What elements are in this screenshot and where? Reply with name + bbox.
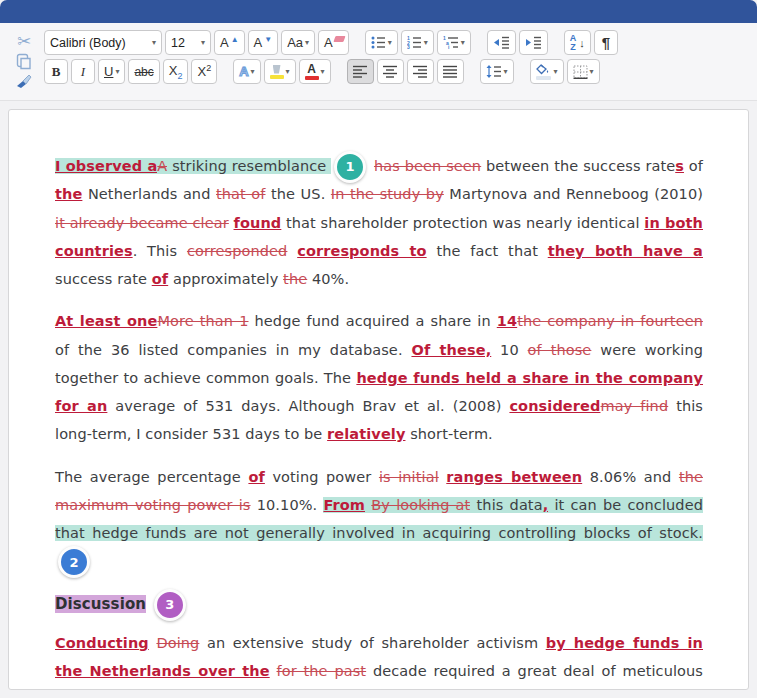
text-run: ranges between [446,469,582,485]
font-size-value: 12 [171,36,185,50]
text-run: has been seen [374,158,481,174]
numbered-list-button[interactable]: 1 2 3 ▾ [401,30,434,55]
sort-button[interactable]: A Z ↓ [564,30,591,55]
sort-az-icon: A Z [570,34,577,52]
increase-indent-button[interactable] [519,30,548,55]
document-body[interactable]: I observed aA striking resemblance 1 has… [8,109,749,690]
text-run: 14 [497,313,517,329]
triangle-up-icon: ▲ [231,36,239,44]
justify-icon [443,65,458,78]
chevron-down-icon: ▾ [251,68,255,76]
chevron-down-icon: ▾ [152,39,156,47]
italic-label: I [81,64,85,80]
align-left-button[interactable] [347,59,374,84]
text-run: . This [133,243,187,259]
list-group: ▾ 1 2 3 ▾ 1 a i [365,30,471,55]
text-run: of [152,271,168,287]
font-size-select[interactable]: 12 ▾ [165,30,211,55]
alignment-group [347,59,464,84]
text-run: that shareholder protection was nearly i… [281,215,644,231]
comment-badge-3[interactable]: 3 [154,589,186,621]
text-run: More than 1 [157,313,248,329]
text-run [287,243,297,259]
line-spacing-button[interactable]: ▾ [480,59,514,84]
borders-button[interactable]: ▾ [567,59,600,84]
text-effects-button[interactable]: A ▾ [233,59,260,84]
text-run: considered [509,398,600,414]
comment-badge-2[interactable]: 2 [58,546,90,578]
clear-formatting-button[interactable]: A [318,30,349,55]
justify-button[interactable] [437,59,464,84]
font-color-button[interactable]: A ▾ [299,59,331,84]
shading-border-group: ▾ ▾ [530,59,600,84]
text-run: A [157,158,167,174]
text-run: may find [600,398,668,414]
text-run: From [323,497,365,513]
text-run: striking resemblance [167,158,331,174]
text-run: success rate [55,271,152,287]
text-run: they both have a [548,243,703,259]
grow-font-button[interactable]: A ▲ [214,30,245,55]
shrink-font-label: A [254,35,263,50]
text-run: By looking at [371,497,470,513]
text-run: for the past [276,663,366,679]
text-run: the [55,186,82,202]
text-run: is initial [379,469,439,485]
bold-button[interactable]: B [44,59,68,84]
text-run: of those [528,342,592,358]
bullet-list-button[interactable]: ▾ [365,30,398,55]
align-right-button[interactable] [407,59,434,84]
underline-button[interactable]: U ▾ [98,59,125,84]
sort-para-group: A Z ↓ ¶ [564,30,618,55]
highlight-color-button[interactable]: ▾ [264,59,296,84]
format-painter-icon[interactable] [14,71,34,91]
show-paragraph-marks-button[interactable]: ¶ [594,30,618,55]
text-run: hedge fund acquired a share in [249,313,497,329]
chevron-down-icon: ▾ [305,39,309,47]
text-run: approximately [168,271,283,287]
window-titlebar [0,0,757,23]
text-run: Conducting [55,635,149,651]
italic-button[interactable]: I [71,59,95,84]
chevron-down-icon: ▾ [388,39,392,47]
comment-badge-1[interactable]: 1 [334,151,366,183]
paragraph-5: Conducting Doing an extensive study of s… [55,629,703,690]
chevron-down-icon: ▾ [424,39,428,47]
paste-icon[interactable] [14,51,34,71]
increase-indent-icon [525,36,542,49]
align-right-icon [413,65,428,78]
text-run: between the success rate [481,158,675,174]
change-case-label: Aa [287,35,303,50]
chevron-down-icon: ▾ [554,68,558,76]
shrink-font-button[interactable]: A ▼ [248,30,279,55]
text-run: this data [470,497,542,513]
paragraph-2: At least oneMore than 1 hedge fund acqui… [55,307,703,448]
svg-text:3: 3 [407,44,410,49]
text-run: The average percentage [55,469,248,485]
superscript-button[interactable]: X2 [191,59,217,84]
basic-format-group: B I U ▾ abc X2 X2 [44,59,217,84]
text-run: Of these, [411,342,491,358]
multilevel-list-button[interactable]: 1 a i ▾ [437,30,471,55]
eraser-icon [333,36,345,42]
paint-bucket-icon [536,64,552,80]
text-run: s [675,158,684,174]
align-center-button[interactable] [377,59,404,84]
cut-icon[interactable]: ✂ [14,31,34,51]
text-run: of [248,469,264,485]
text-run: corresponds to [297,243,426,259]
text-run: In the study by [331,186,444,202]
font-name-select[interactable]: Calibri (Body) ▾ [44,30,162,55]
decrease-indent-button[interactable] [487,30,516,55]
formatting-toolbar: ✂ Calibri (Body) ▾ [0,23,757,101]
superscript-label: X2 [197,63,211,79]
shading-button[interactable]: ▾ [530,59,564,84]
strikethrough-button[interactable]: abc [128,59,159,84]
toolbar-rows: Calibri (Body) ▾ 12 ▾ A ▲ A ▼ [44,30,749,92]
change-case-button[interactable]: Aa ▾ [281,30,315,55]
subscript-button[interactable]: X2 [163,59,189,84]
text-run: average of 531 days. Although Brav et al… [107,398,509,414]
grow-font-label: A [220,35,229,50]
text-effects-icon: A [239,64,248,79]
numbered-list-icon: 1 2 3 [407,36,422,49]
